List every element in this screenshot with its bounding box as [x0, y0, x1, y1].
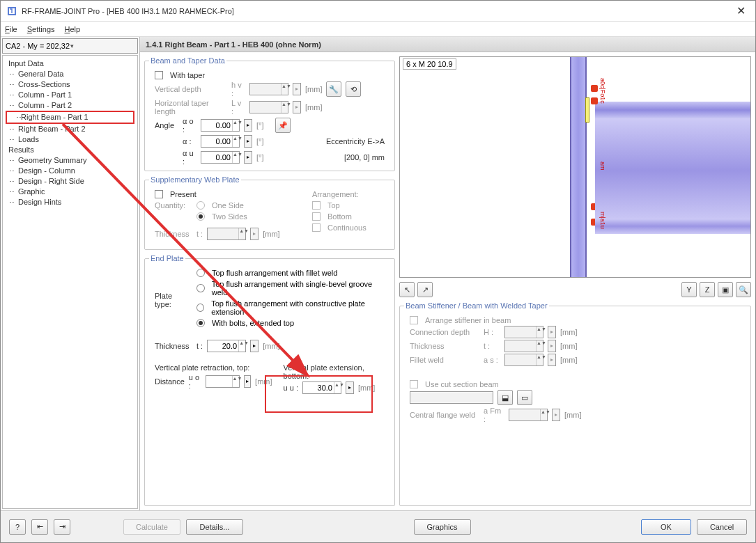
a-label: α :: [183, 137, 196, 145]
view-xz-button[interactable]: ↗: [417, 282, 433, 297]
app-icon: [6, 6, 17, 17]
au-label: α u :: [183, 149, 196, 166]
menu-help[interactable]: Help: [65, 25, 81, 33]
end-plate-title: End Plate: [149, 254, 185, 262]
footer: ? ⇤ ⇥ Calculate Details... Graphics OK C…: [1, 510, 755, 542]
step-btn: ▸: [548, 326, 556, 338]
uo-label: u o :: [189, 373, 201, 390]
left-column: Beam and Taper Data With taper Vertical …: [144, 56, 395, 506]
zoom-button[interactable]: 🔍: [736, 282, 751, 297]
tree-design-hints[interactable]: Design Hints: [3, 197, 137, 207]
use-cut-checkbox[interactable]: [410, 380, 418, 388]
info-section-button[interactable]: ▭: [517, 390, 532, 405]
tree-general-data[interactable]: General Data: [3, 69, 137, 79]
horiz-len-input: ▲▼: [249, 101, 288, 113]
tree-column-part2[interactable]: Column - Part 2: [3, 100, 137, 111]
cancel-button[interactable]: Cancel: [697, 519, 747, 535]
arrange-label: Arrange stiffener in beam: [425, 316, 511, 324]
unit-mm: [mm]: [263, 342, 279, 350]
step-btn[interactable]: ▸: [244, 151, 252, 164]
plate-opt3-radio[interactable]: [196, 304, 204, 312]
plate-type-label: Plate type:: [155, 292, 185, 308]
show-symbols-button[interactable]: Y: [681, 282, 697, 297]
content: CA2 - My = 202,32 ▾ Input Data General D…: [1, 37, 755, 510]
tree-loads[interactable]: Loads: [3, 134, 137, 145]
tree-geometry-summary[interactable]: Geometry Summary: [3, 155, 137, 166]
page-title: 1.4.1 Right Beam - Part 1 - HEB 400 (ohn…: [140, 37, 755, 52]
menu-settings[interactable]: Settings: [27, 25, 55, 33]
step-btn[interactable]: ▸: [244, 119, 252, 132]
plate-opt1-label: Top flush arrangement with fillet weld: [212, 269, 337, 277]
pick-section-button[interactable]: 🔧: [326, 81, 341, 97]
unit-mm: [mm]: [255, 377, 272, 386]
stiffener-title: Beam Stiffener / Beam with Welded Taper: [404, 301, 549, 310]
fillet-label: Fillet weld: [410, 356, 479, 364]
st-thickness-label: Thickness: [410, 342, 479, 350]
fillet-input: ▲▼: [504, 354, 543, 366]
plate-opt4-radio[interactable]: [196, 319, 205, 327]
tree-input-data[interactable]: Input Data: [3, 58, 137, 69]
lv-label: L v :: [231, 99, 245, 116]
tree-cross-sections[interactable]: Cross-Sections: [3, 79, 137, 90]
step-btn[interactable]: ▸: [244, 375, 252, 388]
web-thickness-input: ▲▼: [207, 228, 246, 240]
vertical-depth-input: ▲▼: [249, 83, 288, 95]
bottom-checkbox: [312, 212, 321, 221]
unit-deg: [°]: [256, 137, 264, 145]
isometric-button[interactable]: ▣: [718, 282, 733, 297]
distance-label: Distance: [155, 377, 185, 386]
angle-au-input[interactable]: ▲▼: [201, 151, 240, 164]
unit-mm: [mm]: [560, 356, 577, 364]
central-flange-input: ▲▼: [509, 409, 548, 421]
plate-opt1-radio[interactable]: [196, 269, 205, 277]
step-btn[interactable]: ▸: [346, 381, 354, 394]
uu-label: u u :: [284, 384, 298, 392]
browse-section-button[interactable]: ⬓: [497, 390, 513, 405]
present-label: Present: [170, 190, 196, 198]
show-labels-button[interactable]: Z: [700, 282, 715, 297]
ok-button[interactable]: OK: [641, 519, 691, 535]
reset-button[interactable]: ⟲: [346, 81, 361, 97]
present-checkbox[interactable]: [155, 190, 163, 198]
next-button[interactable]: ⇥: [54, 519, 70, 535]
close-button[interactable]: ✕: [732, 4, 750, 17]
angle-a-input[interactable]: ▲▼: [201, 135, 240, 148]
tree-design-right[interactable]: Design - Right Side: [3, 176, 137, 187]
tree-design-column[interactable]: Design - Column: [3, 166, 137, 176]
tree-results[interactable]: Results: [3, 145, 137, 155]
sidebar: CA2 - My = 202,32 ▾ Input Data General D…: [1, 37, 140, 510]
step-btn[interactable]: ▸: [250, 340, 259, 352]
uu-input[interactable]: ▲▼: [302, 381, 341, 394]
details-button[interactable]: Details...: [186, 519, 243, 535]
step-btn: ▸: [548, 340, 556, 352]
as-label: a s :: [484, 356, 500, 364]
central-flange-label: Central flange weld: [410, 411, 479, 419]
tree-right-beam-part1[interactable]: Right Beam - Part 1: [10, 112, 130, 123]
load-case-dropdown[interactable]: CA2 - My = 202,32 ▾: [2, 38, 138, 54]
vertical-depth-label: Vertical depth: [155, 85, 227, 93]
angle-ao-input[interactable]: ▲▼: [201, 119, 240, 132]
3d-viewer[interactable]: 6 x M 20 10.9: [399, 56, 751, 278]
help-button[interactable]: ?: [9, 519, 26, 535]
ep-t-label: t :: [196, 342, 203, 350]
menu-file[interactable]: File: [5, 25, 17, 33]
unit-mm: [mm]: [358, 384, 375, 392]
tree-column-part1[interactable]: Column - Part 1: [3, 90, 137, 100]
use-cut-label: Use cut section beam: [425, 380, 499, 388]
pin-icon[interactable]: 📌: [275, 118, 291, 133]
main: 1.4.1 Right Beam - Part 1 - HEB 400 (ohn…: [140, 37, 755, 510]
arrange-stiffener-checkbox[interactable]: [410, 316, 418, 324]
graphics-button[interactable]: Graphics: [414, 519, 471, 535]
titlebar: RF-FRAME-JOINT Pro - [HEB 400 IH3.1 M20 …: [1, 1, 755, 22]
conn-depth-input: ▲▼: [504, 326, 543, 338]
ep-thickness-input[interactable]: ▲▼: [207, 340, 246, 352]
uo-input[interactable]: ▲▼: [206, 375, 239, 388]
prev-button[interactable]: ⇤: [31, 519, 48, 535]
tree-right-beam-part2[interactable]: Right Beam - Part 2: [3, 124, 137, 134]
with-taper-checkbox[interactable]: [155, 71, 163, 79]
calculate-button: Calculate: [123, 519, 180, 535]
tree-graphic[interactable]: Graphic: [3, 187, 137, 197]
step-btn[interactable]: ▸: [244, 135, 252, 148]
view-xy-button[interactable]: ↖: [399, 282, 415, 297]
plate-opt2-radio[interactable]: [196, 284, 205, 292]
